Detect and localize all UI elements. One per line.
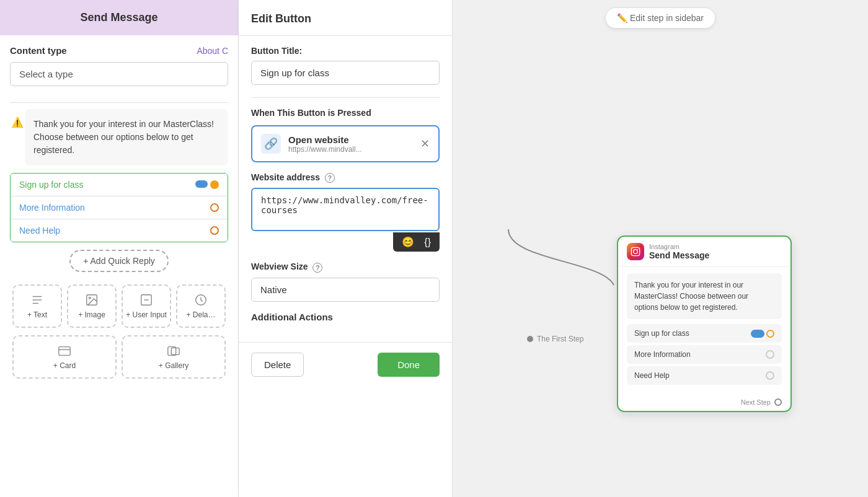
add-text-button[interactable]: + Text bbox=[12, 284, 62, 328]
add-image-label: + Image bbox=[78, 310, 105, 319]
first-step-dot bbox=[527, 336, 533, 342]
flow-toggle-0 bbox=[751, 330, 774, 338]
emoji-button[interactable]: 😊 bbox=[398, 235, 418, 249]
action-close-button[interactable]: ✕ bbox=[420, 137, 430, 151]
add-gallery-label: + Gallery bbox=[159, 361, 188, 370]
button-row-1[interactable]: More Information bbox=[11, 196, 228, 219]
add-user-input-button[interactable]: + User Input bbox=[122, 284, 171, 328]
textarea-toolbar: 😊 {} bbox=[393, 232, 440, 252]
modal-body: Button Title: When This Button is Presse… bbox=[239, 36, 452, 342]
flow-card-platform: Instagram bbox=[649, 243, 709, 250]
message-bubble: Thank you for your interest in our Maste… bbox=[25, 109, 228, 165]
radio-2[interactable] bbox=[210, 226, 219, 235]
message-text: Thank you for your interest in our Maste… bbox=[33, 119, 214, 155]
panel-title: Send Message bbox=[12, 11, 226, 24]
left-panel: Send Message Content type About C Select… bbox=[0, 0, 239, 497]
webview-size-label: Webview Size ? bbox=[251, 262, 440, 272]
done-button[interactable]: Done bbox=[378, 353, 440, 377]
add-gallery-button[interactable]: + Gallery bbox=[122, 335, 226, 379]
svg-rect-8 bbox=[59, 347, 70, 356]
next-step-dot bbox=[774, 398, 782, 406]
add-delay-button[interactable]: + Dela… bbox=[176, 284, 226, 328]
gallery-icon bbox=[167, 344, 180, 358]
button-row-2[interactable]: Need Help bbox=[11, 219, 228, 242]
flow-button-row-1: More Information bbox=[627, 345, 782, 364]
button-row-0[interactable]: Sign up for class bbox=[11, 174, 228, 196]
action-card-left: 🔗 Open website https://www.mindvall... bbox=[261, 134, 362, 154]
toggle-0[interactable] bbox=[195, 180, 219, 189]
action-card[interactable]: 🔗 Open website https://www.mindvall... ✕ bbox=[251, 125, 440, 162]
modal-title: Edit Button bbox=[251, 12, 311, 25]
flow-button-label-2: Need Help bbox=[634, 371, 670, 380]
add-card-button[interactable]: + Card bbox=[12, 335, 117, 379]
add-quick-reply-button[interactable]: + Add Quick Reply bbox=[69, 250, 169, 272]
when-pressed-label: When This Button is Pressed bbox=[251, 108, 440, 118]
add-text-label: + Text bbox=[27, 310, 47, 319]
flow-card-message: Thank you for your interest in our Maste… bbox=[627, 273, 782, 319]
flow-card-header: Instagram Send Message bbox=[618, 237, 790, 267]
content-type-select[interactable]: Select a type bbox=[10, 62, 228, 86]
website-address-label: Website address ? bbox=[251, 172, 440, 183]
text-icon bbox=[30, 293, 44, 307]
svg-point-4 bbox=[89, 297, 91, 299]
mini-dot-icon bbox=[766, 330, 774, 338]
svg-point-14 bbox=[637, 249, 638, 250]
flow-radio-2 bbox=[766, 371, 774, 380]
modal-panel: Edit Button Button Title: When This Butt… bbox=[239, 0, 453, 497]
flow-button-row-0: Sign up for class bbox=[627, 324, 782, 343]
about-link[interactable]: About C bbox=[197, 46, 228, 56]
panel-header: Send Message bbox=[0, 0, 238, 35]
webview-size-select[interactable]: Native Full Tall Compact bbox=[251, 278, 440, 302]
add-user-input-label: + User Input bbox=[126, 310, 167, 319]
flow-card-footer: Next Step bbox=[618, 394, 790, 411]
button-label-1: More Information bbox=[19, 203, 85, 213]
warning-icon: ⚠️ bbox=[11, 117, 24, 128]
instagram-icon bbox=[627, 243, 644, 260]
edit-step-hint: ✏️ Edit step in sidebar bbox=[605, 7, 715, 29]
button-list: Sign up for class More Information Need … bbox=[10, 173, 228, 242]
link-icon: 🔗 bbox=[261, 134, 281, 154]
svg-point-13 bbox=[634, 250, 638, 254]
add-image-button[interactable]: + Image bbox=[67, 284, 117, 328]
action-card-title: Open website bbox=[288, 134, 362, 145]
toggle-orange-dot bbox=[210, 180, 219, 189]
delete-button[interactable]: Delete bbox=[251, 353, 304, 377]
flow-button-label-1: More Information bbox=[634, 350, 691, 359]
button-title-input[interactable] bbox=[251, 61, 440, 85]
svg-rect-12 bbox=[631, 247, 639, 255]
user-input-icon bbox=[140, 293, 153, 307]
add-delay-label: + Dela… bbox=[186, 310, 215, 319]
button-label-0: Sign up for class bbox=[19, 180, 84, 190]
add-card-label: + Card bbox=[53, 361, 76, 370]
webview-help-icon: ? bbox=[312, 263, 322, 273]
first-step-label: The First Step bbox=[527, 335, 583, 343]
mini-toggle-icon bbox=[751, 330, 764, 338]
variable-button[interactable]: {} bbox=[420, 235, 435, 249]
image-icon bbox=[85, 293, 99, 307]
radio-1[interactable] bbox=[210, 203, 219, 212]
additional-actions-label: Additional Actions bbox=[251, 312, 440, 322]
toggle-blue-icon bbox=[195, 180, 208, 188]
website-help-icon: ? bbox=[325, 173, 335, 183]
modal-header: Edit Button bbox=[239, 0, 452, 36]
flow-card[interactable]: Instagram Send Message Thank you for you… bbox=[617, 235, 792, 412]
action-card-url: https://www.mindvall... bbox=[288, 145, 362, 154]
website-address-input[interactable]: https://www.mindvalley.com/free-courses bbox=[251, 188, 440, 231]
flow-card-body: Thank you for your interest in our Maste… bbox=[618, 267, 790, 394]
svg-rect-11 bbox=[171, 348, 179, 354]
action-card-info: Open website https://www.mindvall... bbox=[288, 134, 362, 154]
next-step-label: Next Step bbox=[741, 398, 771, 406]
button-title-label: Button Title: bbox=[251, 46, 440, 56]
flow-card-name: Send Message bbox=[649, 250, 709, 260]
card-icon bbox=[58, 344, 71, 358]
content-type-label: Content type bbox=[10, 45, 67, 56]
flow-radio-1 bbox=[766, 350, 774, 359]
flow-button-row-2: Need Help bbox=[627, 366, 782, 385]
button-label-2: Need Help bbox=[19, 226, 60, 235]
canvas: ✏️ Edit step in sidebar The First Step I… bbox=[453, 0, 868, 497]
flow-button-label-0: Sign up for class bbox=[634, 329, 689, 338]
modal-footer: Delete Done bbox=[239, 342, 452, 387]
add-content-row2: + Card + Gallery bbox=[10, 333, 228, 381]
delay-icon bbox=[194, 293, 208, 307]
add-content-grid: + Text + Image + User Input + Dela… bbox=[10, 284, 228, 328]
